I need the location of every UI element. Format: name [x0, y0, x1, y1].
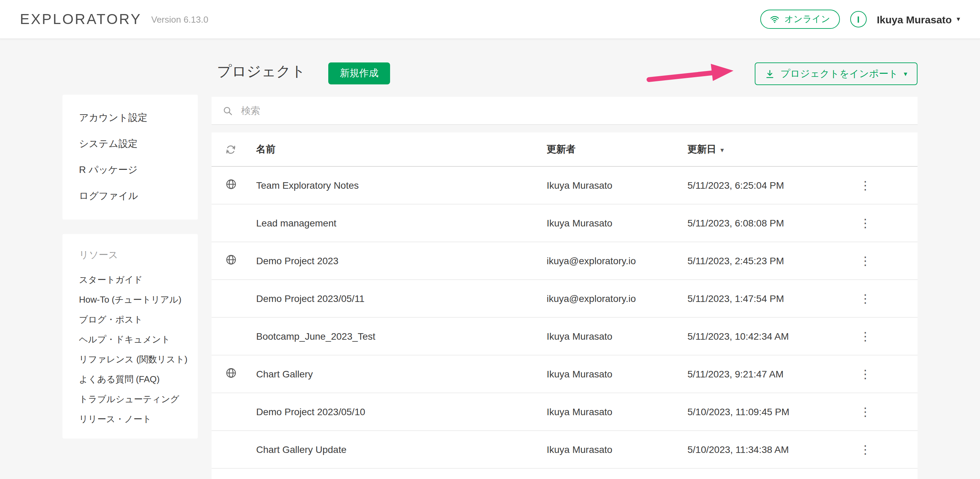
sidebar-resource-item[interactable]: ヘルプ・ドキュメント [62, 329, 198, 349]
project-name[interactable]: Demo Project 2023/05/11 [256, 293, 547, 304]
sidebar-resource-item[interactable]: How-To (チュートリアル) [62, 290, 198, 309]
sidebar-resource-item[interactable]: リリース・ノート [62, 409, 198, 429]
project-updater: ikuya@exploratory.io [547, 255, 687, 266]
project-updater: Ikuya Murasato [547, 180, 687, 191]
row-menu-button[interactable]: ⋮ [854, 330, 877, 343]
column-header-name[interactable]: 名前 [256, 143, 547, 155]
sidebar-resource-item[interactable]: リファレンス (関数リスト) [62, 349, 198, 369]
download-icon [765, 69, 775, 79]
app-header: EXPLORATORY Version 6.13.0 オンライン I Ikuya… [0, 0, 980, 39]
exploratory-app: EXPLORATORY Version 6.13.0 オンライン I Ikuya… [0, 0, 980, 479]
project-name[interactable]: Team Exploratory Notes [256, 180, 547, 191]
table-header-row: 名前 更新者 更新日▾ [212, 132, 918, 167]
chevron-down-icon: ▾ [904, 70, 907, 77]
user-name: Ikuya Murasato [877, 13, 952, 25]
project-name[interactable]: Demo Project 2023 [256, 255, 547, 266]
project-table-body: Team Exploratory Notes Ikuya Murasato 5/… [212, 167, 918, 469]
online-status-label: オンライン [784, 13, 830, 25]
table-row[interactable]: Demo Project 2023/05/11 ikuya@explorator… [212, 280, 918, 318]
annotation-arrow [646, 63, 735, 84]
project-name[interactable]: Chart Gallery [256, 368, 547, 379]
row-menu-button[interactable]: ⋮ [854, 217, 877, 230]
sidebar-resource-item[interactable]: スタートガイド [62, 270, 198, 290]
sidebar-resources-card: リソース スタートガイドHow-To (チュートリアル)ブログ・ポストヘルプ・ド… [62, 234, 198, 438]
table-row[interactable]: Bootcamp_June_2023_Test Ikuya Murasato 5… [212, 318, 918, 355]
import-project-button[interactable]: プロジェクトをインポート ▾ [755, 62, 918, 85]
project-updated: 5/10/2023, 11:34:38 AM [687, 444, 813, 455]
online-status-badge[interactable]: オンライン [760, 10, 840, 29]
new-project-button[interactable]: 新規作成 [328, 62, 390, 84]
sidebar-resource-item[interactable]: よくある質問 (FAQ) [62, 369, 198, 389]
globe-icon [225, 254, 237, 268]
row-menu-button[interactable]: ⋮ [854, 292, 877, 305]
resources-list: スタートガイドHow-To (チュートリアル)ブログ・ポストヘルプ・ドキュメント… [62, 270, 198, 429]
row-menu-button[interactable]: ⋮ [854, 254, 877, 267]
project-updated: 5/11/2023, 6:25:04 PM [687, 180, 813, 191]
project-updater: Ikuya Murasato [547, 406, 687, 417]
project-name[interactable]: Bootcamp_June_2023_Test [256, 331, 547, 342]
sidebar-settings-item[interactable]: R パッケージ [62, 157, 198, 183]
avatar-letter: I [857, 14, 859, 24]
project-name[interactable]: Chart Gallery Update [256, 444, 547, 455]
page-title: プロジェクト [217, 62, 305, 81]
row-menu-button[interactable]: ⋮ [854, 443, 877, 456]
project-updater: Ikuya Murasato [547, 217, 687, 228]
table-row[interactable]: Demo Project 2023 ikuya@exploratory.io 5… [212, 242, 918, 280]
sidebar-resource-item[interactable]: トラブルシューティング [62, 389, 198, 409]
avatar[interactable]: I [850, 11, 867, 27]
project-table: 名前 更新者 更新日▾ Team Exploratory Notes Ikuya… [212, 132, 918, 479]
column-header-updater[interactable]: 更新者 [547, 143, 687, 155]
project-name[interactable]: Lead management [256, 217, 547, 228]
row-menu-button[interactable]: ⋮ [854, 368, 877, 381]
project-updated: 5/10/2023, 11:09:45 PM [687, 406, 813, 417]
header-right: オンライン I Ikuya Murasato ▾ [760, 10, 960, 29]
sidebar-settings-card: アカウント設定システム設定R パッケージログファイル [62, 95, 198, 220]
table-row[interactable]: Demo Project 2023/05/10 Ikuya Murasato 5… [212, 393, 918, 431]
project-name[interactable]: Demo Project 2023/05/10 [256, 406, 547, 417]
refresh-icon [225, 144, 236, 155]
table-row[interactable]: Team Exploratory Notes Ikuya Murasato 5/… [212, 167, 918, 205]
row-menu-button[interactable]: ⋮ [854, 405, 877, 418]
table-row[interactable]: Lead management Ikuya Murasato 5/11/2023… [212, 205, 918, 242]
project-updated: 5/11/2023, 2:45:23 PM [687, 255, 813, 266]
table-row[interactable]: Chart Gallery Update Ikuya Murasato 5/10… [212, 431, 918, 469]
app-version: Version 6.13.0 [151, 14, 208, 24]
search-bar [212, 97, 918, 125]
search-input[interactable] [240, 104, 907, 117]
sort-desc-icon: ▾ [721, 146, 724, 153]
project-updated: 5/11/2023, 9:21:47 AM [687, 368, 813, 379]
refresh-button[interactable] [225, 144, 236, 155]
project-updater: Ikuya Murasato [547, 444, 687, 455]
app-logo: EXPLORATORY [20, 11, 142, 27]
project-updater: ikuya@exploratory.io [547, 293, 687, 304]
resources-title: リソース [62, 245, 198, 266]
project-updater: Ikuya Murasato [547, 368, 687, 379]
row-menu-button[interactable]: ⋮ [854, 179, 877, 192]
wifi-icon [770, 14, 780, 24]
sidebar-settings-item[interactable]: アカウント設定 [62, 105, 198, 131]
sidebar-settings-item[interactable]: ログファイル [62, 183, 198, 209]
settings-list: アカウント設定システム設定R パッケージログファイル [62, 105, 198, 209]
sidebar-resource-item[interactable]: ブログ・ポスト [62, 309, 198, 329]
chevron-down-icon: ▾ [957, 16, 960, 23]
project-updater: Ikuya Murasato [547, 331, 687, 342]
project-updated: 5/11/2023, 6:08:08 PM [687, 217, 813, 228]
column-header-updated[interactable]: 更新日▾ [687, 143, 813, 155]
search-icon [223, 105, 233, 116]
project-updated: 5/11/2023, 10:42:34 AM [687, 331, 813, 342]
globe-icon [225, 178, 237, 192]
project-updated: 5/11/2023, 1:47:54 PM [687, 293, 813, 304]
table-row[interactable]: Chart Gallery Ikuya Murasato 5/11/2023, … [212, 355, 918, 393]
user-menu[interactable]: Ikuya Murasato ▾ [877, 13, 961, 25]
globe-icon [225, 367, 237, 381]
import-project-label: プロジェクトをインポート [781, 68, 898, 80]
sidebar-settings-item[interactable]: システム設定 [62, 131, 198, 157]
